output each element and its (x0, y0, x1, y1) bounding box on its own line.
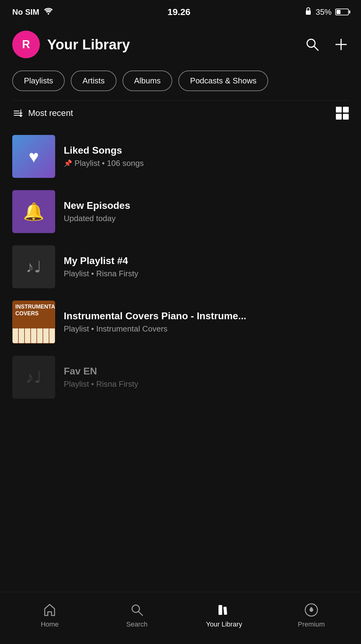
filter-tab-artists[interactable]: Artists (71, 71, 116, 91)
item-title: Liked Songs (64, 145, 349, 156)
nav-label-search: Search (126, 620, 148, 628)
item-title: Fav EN (64, 366, 349, 377)
svg-rect-1 (306, 10, 311, 15)
page-title: Your Library (47, 36, 130, 53)
fav-en-thumbnail: ♪♩ (12, 356, 55, 399)
list-item[interactable]: INSTRUMENTALCOVERS Instrumental Covers P… (0, 294, 361, 350)
svg-point-0 (48, 13, 49, 15)
header: R Your Library (0, 21, 361, 67)
heart-icon: ♥ (28, 147, 39, 167)
sort-label: Most recent (28, 108, 73, 118)
header-left: R Your Library (12, 31, 130, 58)
pin-icon: 📌 (64, 159, 72, 167)
avatar[interactable]: R (12, 31, 40, 58)
new-episodes-thumbnail: 🔔 (12, 190, 55, 233)
header-actions (305, 37, 349, 52)
status-right: 35% (305, 7, 349, 17)
wifi-icon (44, 7, 53, 17)
item-subtitle: Playlist • Risna Firsty (64, 379, 349, 389)
item-title: My Playlist #4 (64, 255, 349, 266)
item-title: New Episodes (64, 200, 349, 211)
music-note-icon-dim: ♪♩ (26, 368, 42, 386)
status-bar: No SIM 19.26 35% (0, 0, 361, 21)
item-subtitle: 📌 Playlist • 106 songs (64, 159, 349, 168)
piano-keys (12, 328, 55, 343)
svg-line-11 (139, 611, 142, 615)
filter-tab-albums[interactable]: Albums (123, 71, 173, 91)
list-item[interactable]: ♪♩ My Playlist #4 Playlist • Risna First… (0, 239, 361, 294)
svg-rect-12 (218, 605, 222, 615)
nav-item-library[interactable]: Your Library (206, 602, 242, 628)
svg-line-3 (314, 46, 318, 50)
liked-songs-info: Liked Songs 📌 Playlist • 106 songs (64, 145, 349, 168)
liked-songs-thumbnail: ♥ (12, 135, 55, 178)
sort-left[interactable]: Most recent (12, 107, 73, 119)
nav-label-home: Home (41, 620, 59, 628)
instrumental-thumbnail: INSTRUMENTALCOVERS (12, 301, 55, 343)
sort-bar: Most recent (0, 101, 361, 126)
lock-icon (305, 7, 312, 17)
filter-tabs: Playlists Artists Albums Podcasts & Show… (0, 67, 361, 100)
status-left: No SIM (12, 7, 53, 17)
bell-icon: 🔔 (23, 201, 44, 222)
nav-item-premium[interactable]: Premium (293, 602, 330, 628)
grid-view-button[interactable] (336, 107, 349, 120)
nav-label-library: Your Library (206, 620, 242, 628)
library-icon (216, 602, 232, 618)
search-button[interactable] (305, 37, 320, 52)
filter-tab-playlists[interactable]: Playlists (12, 71, 65, 91)
battery-icon (335, 9, 349, 15)
library-list: ♥ Liked Songs 📌 Playlist • 106 songs 🔔 N… (0, 126, 361, 460)
nav-item-search[interactable]: Search (119, 602, 155, 628)
list-item[interactable]: 🔔 New Episodes Updated today (0, 184, 361, 239)
new-episodes-info: New Episodes Updated today (64, 200, 349, 223)
instrumental-info: Instrumental Covers Piano - Instrume... … (64, 310, 349, 334)
item-subtitle: Playlist • Risna Firsty (64, 269, 349, 278)
my-playlist-info: My Playlist #4 Playlist • Risna Firsty (64, 255, 349, 278)
music-note-icon: ♪♩ (26, 258, 42, 276)
my-playlist-thumbnail: ♪♩ (12, 245, 55, 288)
filter-tab-podcasts[interactable]: Podcasts & Shows (178, 71, 268, 91)
nav-label-premium: Premium (298, 620, 325, 628)
cover-text: INSTRUMENTALCOVERS (15, 304, 55, 317)
nav-item-home[interactable]: Home (31, 602, 68, 628)
fav-en-info: Fav EN Playlist • Risna Firsty (64, 366, 349, 389)
battery-percent: 35% (316, 7, 332, 17)
grid-cell (336, 114, 342, 120)
grid-cell (336, 107, 342, 113)
premium-icon (303, 602, 319, 618)
item-subtitle: Playlist • Instrumental Covers (64, 324, 349, 334)
item-subtitle: Updated today (64, 214, 349, 223)
status-time: 19.26 (167, 7, 190, 17)
add-button[interactable] (333, 37, 349, 52)
list-item[interactable]: ♪♩ Fav EN Playlist • Risna Firsty (0, 350, 361, 405)
svg-rect-13 (223, 607, 227, 615)
grid-cell (343, 107, 349, 113)
grid-cell (343, 114, 349, 120)
search-nav-icon (129, 602, 145, 618)
home-icon (42, 602, 58, 618)
carrier-text: No SIM (12, 7, 39, 17)
bottom-nav: Home Search Your Library (0, 592, 361, 644)
sort-icon (12, 107, 24, 119)
list-item[interactable]: ♥ Liked Songs 📌 Playlist • 106 songs (0, 129, 361, 184)
item-title: Instrumental Covers Piano - Instrume... (64, 310, 349, 322)
